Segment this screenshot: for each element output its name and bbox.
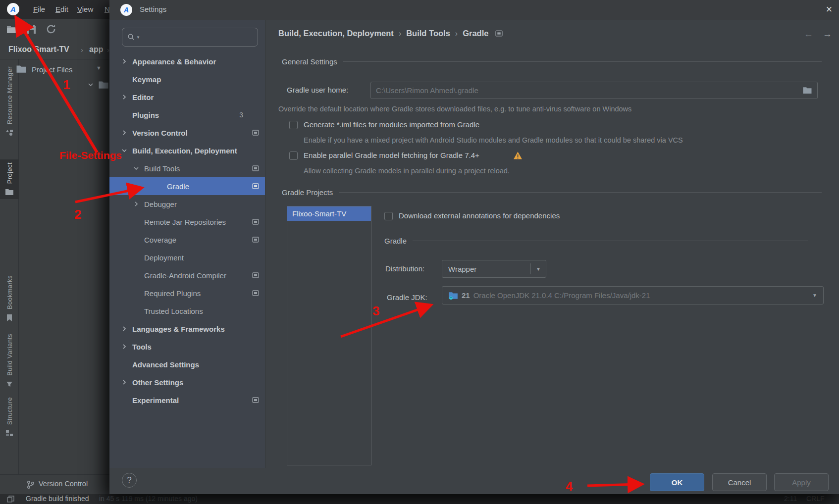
tree-item-required-plugins[interactable]: Required Plugins — [109, 284, 265, 302]
windows-layout-icon[interactable] — [7, 496, 14, 503]
generate-iml-label[interactable]: Generate *.iml files for modules importe… — [304, 120, 479, 129]
settings-content-panel: Build, Execution, Deployment › Build Too… — [265, 20, 839, 468]
status-message-dim: in 45 s 119 ms (12 minutes ago) — [99, 495, 198, 503]
tree-item-coverage[interactable]: Coverage — [109, 231, 265, 249]
chevron-down-icon: ▼ — [806, 293, 823, 298]
tree-item-build-tools[interactable]: Build Tools — [109, 159, 265, 177]
parallel-fetching-checkbox[interactable] — [289, 151, 298, 160]
open-file-icon[interactable] — [6, 24, 18, 35]
screen-icon — [252, 165, 259, 172]
generate-iml-help: Enable if you have a mixed project with … — [304, 136, 683, 144]
chevron-right-icon[interactable] — [120, 378, 128, 386]
android-studio-logo-icon: A — [7, 3, 19, 15]
tree-item-gradle-android-compiler[interactable]: Gradle-Android Compiler — [109, 266, 265, 284]
menu-file[interactable]: File — [33, 5, 45, 13]
ok-button[interactable]: OK — [650, 473, 704, 491]
tree-item-languages-frameworks[interactable]: Languages & Frameworks — [109, 320, 265, 338]
crumb-build-execution-deployment[interactable]: Build, Execution, Deployment — [278, 29, 394, 38]
section-general-settings: General Settings — [282, 57, 822, 66]
help-button[interactable]: ? — [122, 473, 137, 488]
chevron-down-icon[interactable] — [87, 81, 94, 88]
save-icon[interactable] — [26, 24, 37, 35]
settings-breadcrumb: Build, Execution, Deployment › Build Too… — [278, 29, 503, 38]
status-line-col[interactable]: 2:11 — [784, 495, 797, 503]
folder-icon — [98, 80, 109, 90]
tool-tab-structure[interactable]: Structure — [0, 394, 19, 440]
breadcrumb: Flixoo Smart-TV › app › — [0, 41, 109, 59]
crumb-gradle: Gradle — [463, 29, 488, 38]
tree-item-other-settings[interactable]: Other Settings — [109, 373, 265, 391]
menu-view[interactable]: View — [77, 5, 93, 13]
chevron-down-icon[interactable]: ▼ — [96, 65, 102, 71]
tree-item-advanced-settings[interactable]: Advanced Settings — [109, 355, 265, 373]
tree-item-experimental[interactable]: Experimental — [109, 391, 265, 409]
apply-button[interactable]: Apply — [774, 473, 829, 491]
chevron-right-icon[interactable] — [120, 325, 128, 333]
screen-icon — [252, 397, 259, 403]
generate-iml-checkbox[interactable] — [289, 121, 298, 129]
warning-icon — [513, 151, 523, 160]
gradle-user-home-field[interactable]: C:\Users\Rimon Ahmed\.gradle — [370, 82, 818, 99]
menu-edit[interactable]: Edit — [55, 5, 68, 13]
tree-item-trusted-locations[interactable]: Trusted Locations — [109, 302, 265, 320]
list-item-project[interactable]: Flixoo-Smart-TV — [287, 206, 371, 221]
tool-tab-bookmarks[interactable]: Bookmarks — [0, 272, 19, 325]
chevron-right-icon[interactable] — [120, 93, 128, 101]
tool-tab-version-control[interactable]: Version Control — [39, 480, 88, 488]
screen-icon — [252, 183, 259, 190]
tool-tab-resource-manager[interactable]: Resource Manager — [0, 63, 19, 140]
build-variants-icon — [5, 380, 13, 388]
screen-icon — [252, 236, 259, 243]
tree-item-keymap[interactable]: Keymap — [109, 70, 265, 88]
status-message[interactable]: Gradle build finished — [26, 495, 89, 503]
sync-icon[interactable] — [46, 24, 56, 35]
breadcrumb-project[interactable]: Flixoo Smart-TV — [8, 45, 69, 54]
project-scope-selector[interactable]: Project Files — [32, 65, 73, 74]
breadcrumb-module[interactable]: app — [89, 45, 103, 54]
settings-tree-panel: ▼ Appearance & Behavior Keymap Editor Pl… — [109, 20, 265, 468]
chevron-right-icon[interactable] — [132, 200, 140, 208]
chevron-down-icon: ▼ — [136, 35, 140, 40]
folder-icon[interactable] — [802, 86, 812, 95]
tool-window-stripe: Resource Manager Project Bookmarks Build… — [0, 59, 19, 474]
tree-item-plugins[interactable]: Plugins 3 — [109, 106, 265, 124]
chevron-right-icon[interactable] — [120, 343, 128, 351]
parallel-fetching-label[interactable]: Enable parallel Gradle model fetching fo… — [304, 151, 479, 159]
screen-icon — [252, 290, 259, 297]
chevron-right-icon[interactable] — [120, 57, 128, 65]
tree-item-debugger[interactable]: Debugger — [109, 195, 265, 213]
dialog-button-bar: ? OK Cancel Apply — [109, 468, 839, 494]
tool-tab-build-variants[interactable]: Build Variants — [0, 331, 19, 391]
distribution-select[interactable]: Wrapper ▼ — [442, 260, 546, 278]
parallel-fetching-help: Allow collecting Gradle models in parall… — [304, 167, 510, 175]
download-annotations-checkbox[interactable] — [384, 212, 393, 220]
forward-arrow-icon[interactable]: → — [823, 29, 832, 40]
tree-item-build-execution-deployment[interactable]: Build, Execution, Deployment — [109, 142, 265, 159]
back-arrow-icon[interactable]: ← — [804, 29, 813, 40]
tree-item-remote-jar-repositories[interactable]: Remote Jar Repositories — [109, 213, 265, 231]
chevron-right-icon[interactable] — [120, 129, 128, 137]
breadcrumb-separator: › — [81, 46, 83, 54]
chevron-down-icon[interactable] — [120, 147, 128, 154]
tree-item-tools[interactable]: Tools — [109, 338, 265, 355]
section-gradle: Gradle — [384, 237, 808, 245]
cancel-button[interactable]: Cancel — [712, 473, 767, 491]
gradle-jdk-select[interactable]: 21 Oracle OpenJDK 21.0.4 C:/Program File… — [442, 286, 824, 304]
chevron-down-icon[interactable] — [132, 164, 140, 172]
download-annotations-label[interactable]: Download external annotations for depend… — [399, 211, 560, 220]
bookmark-icon — [6, 314, 13, 322]
crumb-build-tools[interactable]: Build Tools — [406, 29, 450, 38]
settings-search-input[interactable]: ▼ — [122, 28, 258, 47]
resource-manager-icon — [5, 129, 13, 137]
status-line-ending[interactable]: CRLF — [806, 495, 825, 503]
distribution-label: Distribution: — [385, 264, 424, 273]
tree-item-appearance-behavior[interactable]: Appearance & Behavior — [109, 52, 265, 70]
tree-item-gradle[interactable]: Gradle — [109, 177, 265, 195]
tree-item-version-control[interactable]: Version Control — [109, 124, 265, 142]
tree-item-deployment[interactable]: Deployment — [109, 249, 265, 266]
tool-tab-project[interactable]: Project — [0, 159, 19, 199]
close-icon[interactable]: × — [822, 2, 837, 17]
tree-item-editor[interactable]: Editor — [109, 88, 265, 106]
bottom-tool-bar: Version Control — [0, 474, 109, 494]
jdk-folder-icon — [448, 291, 458, 300]
